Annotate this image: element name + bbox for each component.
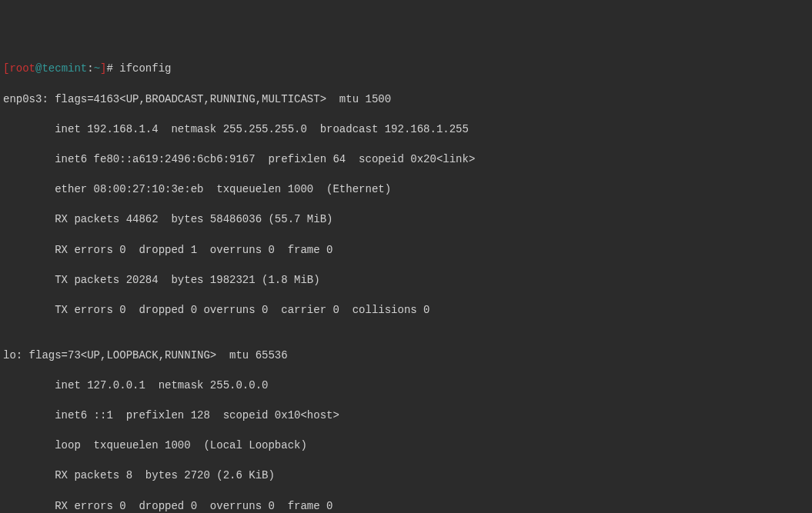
ifconfig-output: inet 127.0.0.1 netmask 255.0.0.0 <box>3 378 809 394</box>
ifconfig-output: TX errors 0 dropped 0 overruns 0 carrier… <box>3 303 809 318</box>
ifconfig-output: inet6 fe80::a619:2496:6cb6:9167 prefixle… <box>3 152 809 168</box>
ifconfig-output: RX errors 0 dropped 1 overruns 0 frame 0 <box>3 243 809 258</box>
ifconfig-output: loop txqueuelen 1000 (Local Loopback) <box>3 438 809 454</box>
ifconfig-output: enp0s3: flags=4163<UP,BROADCAST,RUNNING,… <box>3 92 809 108</box>
command-ifconfig: ifconfig <box>119 62 171 75</box>
ifconfig-output: inet 192.168.1.4 netmask 255.255.255.0 b… <box>3 122 809 138</box>
ifconfig-output: RX packets 8 bytes 2720 (2.6 KiB) <box>3 468 809 484</box>
prompt-line-1[interactable]: [root@tecmint:~]# ifconfig <box>3 62 809 77</box>
ifconfig-output: RX packets 44862 bytes 58486036 (55.7 Mi… <box>3 212 809 228</box>
ifconfig-output: TX packets 20284 bytes 1982321 (1.8 MiB) <box>3 273 809 288</box>
ifconfig-output: inet6 ::1 prefixlen 128 scopeid 0x10<hos… <box>3 408 809 424</box>
ifconfig-output: lo: flags=73<UP,LOOPBACK,RUNNING> mtu 65… <box>3 348 809 364</box>
ifconfig-output: RX errors 0 dropped 0 overruns 0 frame 0 <box>3 499 809 513</box>
ifconfig-output: ether 08:00:27:10:3e:eb txqueuelen 1000 … <box>3 182 809 198</box>
